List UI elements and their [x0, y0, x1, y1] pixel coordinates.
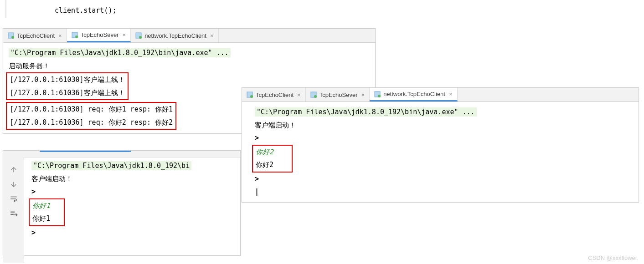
run-icon [310, 91, 317, 98]
tab-label: TcpEchoClient [256, 91, 294, 98]
java-command: "C:\Program Files\Java\jdk1.8.0_192\bin\… [9, 48, 231, 57]
client2-tab-bar: TcpEchoClient × TcpEchoSever × nettwork.… [242, 88, 639, 102]
editor-margin [5, 0, 6, 18]
soft-wrap-icon[interactable] [8, 193, 19, 204]
server-tab-bar: TcpEchoClient × TcpEchoSever × nettwork.… [3, 29, 375, 43]
tab-tcp-echo-server[interactable]: TcpEchoSever × [306, 88, 370, 102]
arrow-up-icon[interactable] [8, 164, 19, 175]
prompt: > [31, 226, 235, 239]
highlight-box-requests: [/127.0.0.1:61030] req: 你好1 resp: 你好1 [/… [6, 102, 176, 130]
tab-label: nettwork.TcpEchoClient [144, 32, 206, 39]
tab-label: nettwork.TcpEchoClient [383, 91, 445, 97]
user-input: 你好2 [256, 146, 273, 159]
client-online-2: [/127.0.0.1:61036]客户端上线！ [7, 86, 125, 100]
active-tab-indicator [40, 151, 131, 152]
watermark: CSDN @xxxflower. [588, 254, 639, 261]
java-command: "C:\Program Files\Java\jdk1.8.0_192\bi [31, 161, 191, 170]
client2-console-output[interactable]: "C:\Program Files\Java\jdk1.8.0_192\bin\… [242, 102, 639, 202]
highlight-box-connections: [/127.0.0.1:61030]客户端上线！ [/127.0.0.1:610… [6, 72, 129, 100]
server-response: 你好1 [32, 212, 50, 225]
run-icon [8, 32, 14, 39]
client1-header-strip [3, 151, 240, 157]
tab-tcp-echo-server[interactable]: TcpEchoSever × [67, 29, 131, 42]
tab-tcp-echo-client[interactable]: TcpEchoClient × [3, 29, 67, 42]
run-icon [374, 91, 381, 97]
svg-point-7 [250, 95, 253, 98]
svg-point-5 [139, 36, 142, 39]
close-icon[interactable]: × [449, 91, 453, 97]
arrow-down-icon[interactable] [8, 179, 19, 190]
req-resp-2: [/127.0.0.1:61036] req: 你好2 resp: 你好2 [10, 116, 173, 129]
svg-point-3 [75, 36, 78, 38]
java-command: "C:\Program Files\Java\jdk1.8.0_192\bin\… [255, 107, 477, 117]
close-icon[interactable]: × [210, 32, 214, 39]
client1-panel: "C:\Program Files\Java\jdk1.8.0_192\bi 客… [3, 150, 241, 256]
tab-nettwork-client[interactable]: nettwork.TcpEchoClient × [131, 29, 218, 42]
tab-nettwork-client[interactable]: nettwork.TcpEchoClient × [370, 88, 457, 102]
svg-point-11 [378, 95, 381, 97]
close-icon[interactable]: × [123, 31, 126, 38]
close-icon[interactable]: × [58, 32, 62, 39]
svg-point-9 [314, 95, 317, 98]
run-icon [72, 32, 78, 38]
tab-label: TcpEchoClient [17, 32, 55, 39]
run-icon [135, 32, 142, 39]
run-icon [247, 91, 253, 98]
server-response: 你好2 [256, 158, 273, 172]
console-gutter [3, 157, 24, 263]
highlight-box-io: 你好2 你好2 [252, 145, 293, 173]
tab-tcp-echo-client[interactable]: TcpEchoClient × [242, 88, 306, 102]
cursor: | [255, 185, 633, 198]
close-icon[interactable]: × [361, 91, 365, 98]
prompt: > [255, 132, 633, 145]
client2-panel: TcpEchoClient × TcpEchoSever × nettwork.… [242, 87, 639, 203]
svg-point-1 [11, 36, 14, 39]
user-input: 你好1 [32, 199, 50, 213]
server-start-message: 启动服务器！ [9, 60, 370, 73]
prompt: > [255, 173, 633, 186]
prompt: > [31, 185, 235, 198]
client1-console-output[interactable]: "C:\Program Files\Java\jdk1.8.0_192\bi 客… [26, 157, 240, 243]
tab-label: TcpEchoSever [319, 91, 358, 98]
scroll-to-end-icon[interactable] [8, 208, 19, 219]
client-start-message: 客户端启动！ [255, 119, 633, 132]
tab-label: TcpEchoSever [81, 31, 119, 38]
client-start-message: 客户端启动！ [31, 173, 235, 186]
close-icon[interactable]: × [297, 91, 301, 98]
editor-code-line: client.start(); [55, 6, 116, 15]
req-resp-1: [/127.0.0.1:61030] req: 你好1 resp: 你好1 [10, 103, 173, 116]
client-online-1: [/127.0.0.1:61030]客户端上线！ [7, 73, 125, 86]
highlight-box-io: 你好1 你好1 [29, 198, 65, 226]
